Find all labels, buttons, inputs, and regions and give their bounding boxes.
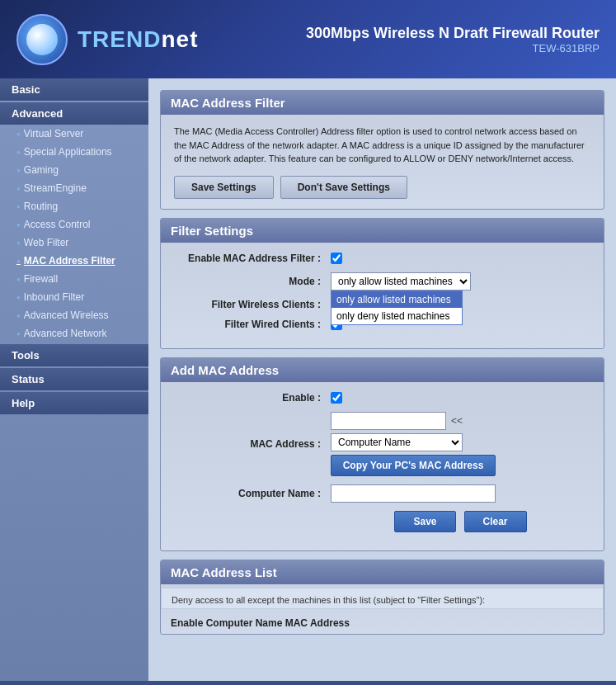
bullet-icon: ●: [16, 239, 21, 247]
sidebar-item-label: Web Filter: [24, 237, 68, 248]
computer-name-row: Computer Name :: [174, 484, 590, 503]
brand-name: TRENDnet: [78, 26, 198, 53]
copy-mac-button[interactable]: Copy Your PC's MAC Address: [331, 455, 496, 476]
sidebar-header-help[interactable]: Help: [0, 392, 148, 414]
computer-name-input[interactable]: [331, 484, 496, 503]
mode-dropdown-wrapper: only allow listed machines only deny lis…: [331, 272, 471, 291]
mac-input-row: <<: [331, 412, 463, 430]
product-title: 300Mbps Wireless N Draft Firewall Router: [306, 25, 600, 42]
bullet-icon: ●: [16, 257, 21, 265]
intro-panel-body: The MAC (Media Access Controller) Addres…: [161, 115, 604, 209]
sidebar-item-firewall[interactable]: ● Firewall: [0, 270, 148, 288]
bullet-icon: ●: [16, 130, 21, 138]
save-clear-row: Save Clear: [174, 511, 590, 532]
computer-name-select[interactable]: Computer Name: [331, 433, 463, 451]
sidebar-item-label: Advanced Network: [24, 328, 107, 339]
mode-label: Mode :: [174, 276, 331, 287]
add-enable-checkbox[interactable]: [331, 392, 342, 404]
content-area: MAC Address Filter The MAC (Media Access…: [148, 78, 616, 681]
enable-mac-row: Enable MAC Address Filter :: [174, 253, 590, 264]
sidebar-header-advanced[interactable]: Advanced: [0, 102, 148, 125]
computer-name-dropdown-row: Computer Name: [331, 433, 463, 451]
sidebar-item-label: Advanced Wireless: [24, 309, 109, 321]
sidebar-item-web-filter[interactable]: ● Web Filter: [0, 234, 148, 252]
mode-dropdown-option-allow[interactable]: only allow listed machines: [332, 291, 462, 308]
brand-suffix: net: [161, 26, 198, 52]
sidebar-item-access-control[interactable]: ● Access Control: [0, 215, 148, 234]
sidebar-item-label: StreamEngine: [24, 182, 87, 194]
sidebar-item-label: Special Applications: [24, 146, 112, 158]
logo-area: TRENDnet: [16, 14, 198, 65]
add-enable-label: Enable :: [174, 392, 331, 404]
page-description: The MAC (Media Access Controller) Addres…: [174, 125, 590, 166]
sidebar-item-label: Gaming: [24, 164, 59, 176]
product-model: TEW-631BRP: [306, 42, 600, 54]
sidebar-item-inbound-filter[interactable]: ● Inbound Filter: [0, 288, 148, 306]
sidebar-item-gaming[interactable]: ● Gaming: [0, 161, 148, 179]
dont-save-settings-button[interactable]: Don't Save Settings: [280, 176, 407, 199]
intro-panel: MAC Address Filter The MAC (Media Access…: [160, 90, 604, 210]
filter-settings-title: Filter Settings: [161, 219, 604, 243]
add-enable-control: [331, 392, 590, 404]
mac-list-panel: MAC Address List Deny access to all exce…: [160, 560, 604, 635]
add-mac-clear-button[interactable]: Clear: [464, 511, 527, 532]
sidebar-item-label: Inbound Filter: [24, 291, 84, 303]
bullet-icon: ●: [16, 330, 21, 338]
sidebar-item-label: MAC Address Filter: [24, 255, 115, 267]
sidebar-item-routing[interactable]: ● Routing: [0, 197, 148, 215]
filter-wireless-label: Filter Wireless Clients :: [174, 299, 331, 310]
add-mac-body: Enable : MAC Address : <<: [161, 382, 604, 550]
mode-control: only allow listed machines only deny lis…: [331, 272, 590, 291]
bullet-icon: ●: [16, 149, 21, 156]
add-enable-row: Enable :: [174, 392, 590, 404]
computer-name-control: [331, 484, 590, 503]
sidebar-header-tools[interactable]: Tools: [0, 344, 148, 366]
enable-mac-control: [331, 253, 590, 264]
sidebar-item-special-applications[interactable]: ● Special Applications: [0, 143, 148, 161]
brand-prefix: TREND: [78, 26, 161, 52]
footer: Copyright © 2006 TRENDnet. All Rights Re…: [0, 681, 616, 685]
sidebar-help-section: Help: [0, 392, 148, 414]
filter-wired-label: Filter Wired Clients :: [174, 319, 331, 330]
filter-settings-body: Enable MAC Address Filter : Mode : only …: [161, 243, 604, 348]
mac-list-description: Deny access to all except the machines i…: [161, 588, 604, 609]
sidebar-advanced-section: Advanced ● Virtual Server ● Special Appl…: [0, 102, 148, 342]
enable-mac-checkbox[interactable]: [331, 253, 342, 264]
mode-select[interactable]: only allow listed machines only deny lis…: [331, 272, 471, 291]
sidebar-item-label: Routing: [24, 201, 58, 212]
sidebar-item-label: Virtual Server: [24, 128, 83, 139]
page-title: MAC Address Filter: [161, 91, 604, 115]
sidebar-item-label: Access Control: [24, 219, 91, 230]
enable-mac-label: Enable MAC Address Filter :: [174, 253, 331, 264]
mac-address-input[interactable]: [331, 412, 446, 430]
sidebar: Basic Advanced ● Virtual Server ● Specia…: [0, 78, 148, 681]
bullet-icon: ●: [16, 276, 21, 283]
sidebar-item-advanced-network[interactable]: ● Advanced Network: [0, 324, 148, 342]
sidebar-header-basic[interactable]: Basic: [0, 78, 148, 101]
sidebar-item-virtual-server[interactable]: ● Virtual Server: [0, 125, 148, 143]
bullet-icon: ●: [16, 185, 21, 192]
bullet-icon: ●: [16, 221, 21, 229]
add-mac-title: Add MAC Address: [161, 358, 604, 382]
mac-address-row: MAC Address : << Computer Name Copy Your…: [174, 412, 590, 476]
bullet-icon: ●: [16, 167, 21, 174]
arrow-icon: <<: [451, 415, 463, 427]
bullet-icon: ●: [16, 294, 21, 301]
sidebar-status-section: Status: [0, 368, 148, 390]
sidebar-item-streamengine[interactable]: ● StreamEngine: [0, 179, 148, 197]
sidebar-basic-section: Basic: [0, 78, 148, 101]
sidebar-item-label: Firewall: [24, 273, 58, 285]
sidebar-item-advanced-wireless[interactable]: ● Advanced Wireless: [0, 306, 148, 324]
main-layout: Basic Advanced ● Virtual Server ● Specia…: [0, 78, 616, 681]
mode-dropdown-open: only allow listed machines only deny lis…: [331, 291, 463, 325]
mac-address-control: << Computer Name Copy Your PC's MAC Addr…: [331, 412, 590, 476]
product-info: 300Mbps Wireless N Draft Firewall Router…: [306, 25, 600, 54]
mac-list-column-header: Enable Computer Name MAC Address: [161, 612, 604, 634]
filter-settings-panel: Filter Settings Enable MAC Address Filte…: [160, 218, 604, 349]
add-mac-save-button[interactable]: Save: [394, 511, 455, 532]
sidebar-item-mac-address-filter[interactable]: ● MAC Address Filter: [0, 252, 148, 270]
save-settings-button[interactable]: Save Settings: [174, 176, 274, 199]
mac-address-label: MAC Address :: [174, 438, 331, 450]
mode-dropdown-option-deny[interactable]: only deny listed machines: [332, 308, 462, 324]
sidebar-header-status[interactable]: Status: [0, 368, 148, 390]
